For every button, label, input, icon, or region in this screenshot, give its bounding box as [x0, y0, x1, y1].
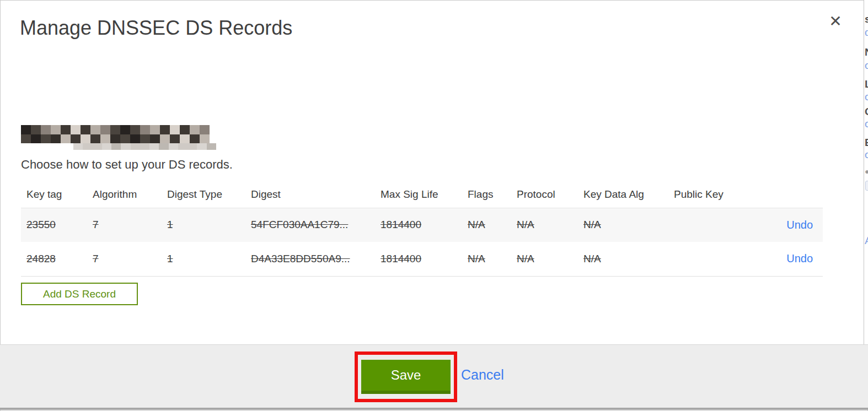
- table-row: 24828 7 1 D4A33E8DD550A9... 1814400 N/A …: [21, 242, 823, 276]
- cell-max-sig-life: 1814400: [381, 208, 468, 242]
- close-icon[interactable]: ✕: [826, 12, 845, 31]
- dialog-footer: Save Cancel: [0, 344, 868, 408]
- col-key-tag: Key tag: [21, 182, 93, 208]
- col-digest: Digest: [251, 182, 381, 208]
- cell-digest: 54FCF030AA1C79...: [251, 208, 381, 242]
- cancel-link[interactable]: Cancel: [461, 367, 504, 383]
- cell-key-data-alg: N/A: [583, 242, 674, 276]
- cell-digest: D4A33E8DD550A9...: [251, 242, 381, 276]
- cell-flags: N/A: [468, 208, 517, 242]
- cell-key-tag: 23550: [21, 208, 93, 242]
- background-fragment: o: [865, 91, 868, 103]
- col-flags: Flags: [468, 182, 517, 208]
- cell-protocol: N/A: [517, 242, 583, 276]
- cell-flags: N/A: [468, 242, 517, 276]
- table-header-row: Key tag Algorithm Digest Type Digest Max…: [21, 182, 823, 208]
- background-fragment: o: [865, 60, 868, 72]
- ds-records-table: Key tag Algorithm Digest Type Digest Max…: [21, 182, 823, 277]
- col-max-sig-life: Max Sig Life: [381, 182, 468, 208]
- red-annotation-rectangle: Save: [355, 351, 457, 402]
- cell-key-tag: 24828: [21, 242, 93, 276]
- redacted-domain-name-shadow: [73, 143, 216, 150]
- modal-bottom-edge: [0, 408, 868, 410]
- col-key-data-alg: Key Data Alg: [583, 182, 674, 208]
- background-fragment: A: [865, 235, 868, 247]
- save-button[interactable]: Save: [361, 360, 451, 394]
- subtitle: Choose how to set up your DS records.: [21, 158, 233, 172]
- background-fragment: s: [865, 13, 868, 25]
- background-fragment: o: [865, 149, 868, 161]
- dnssec-dialog: { "dialog": { "title": "Manage DNSSEC DS…: [0, 0, 868, 411]
- col-protocol: Protocol: [517, 182, 583, 208]
- redacted-domain-name: [21, 125, 216, 143]
- cell-digest-type: 1: [167, 242, 251, 276]
- col-algorithm: Algorithm: [93, 182, 167, 208]
- cell-public-key: [674, 208, 757, 242]
- cell-algorithm: 7: [93, 208, 167, 242]
- background-fragment: ●: [865, 167, 868, 176]
- background-fragment: N: [865, 46, 868, 58]
- col-public-key: Public Key: [674, 182, 757, 208]
- background-fragment: C: [865, 106, 868, 118]
- undo-link[interactable]: Undo: [786, 252, 813, 264]
- cell-key-data-alg: N/A: [583, 208, 674, 242]
- cell-algorithm: 7: [93, 242, 167, 276]
- background-fragment: L: [865, 78, 868, 90]
- background-fragment: E: [865, 137, 868, 149]
- background-fragment: d: [865, 26, 868, 39]
- background-fragment: o: [865, 118, 868, 130]
- add-ds-record-button[interactable]: Add DS Record: [21, 283, 138, 305]
- cell-protocol: N/A: [517, 208, 583, 242]
- table-row: 23550 7 1 54FCF030AA1C79... 1814400 N/A …: [21, 208, 823, 242]
- background-page-sliver: sdNoLoCoEo●A: [864, 0, 868, 344]
- cell-digest-type: 1: [167, 208, 251, 242]
- page-title: Manage DNSSEC DS Records: [20, 17, 292, 40]
- cell-public-key: [674, 242, 757, 276]
- cell-max-sig-life: 1814400: [381, 242, 468, 276]
- col-actions: [757, 182, 823, 208]
- background-fragment: [865, 181, 868, 191]
- undo-link[interactable]: Undo: [786, 219, 813, 231]
- col-digest-type: Digest Type: [167, 182, 251, 208]
